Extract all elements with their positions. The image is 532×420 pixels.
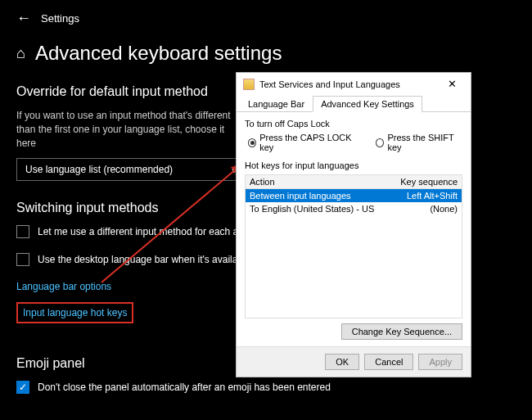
link-input-language-hotkeys[interactable]: Input language hot keys [16,302,133,323]
tab-language-bar[interactable]: Language Bar [240,96,313,112]
apply-button[interactable]: Apply [418,354,462,370]
dialog-icon [243,79,255,90]
tab-advanced-key-settings[interactable]: Advanced Key Settings [313,96,422,112]
row-key: (None) [392,204,458,214]
hotkeys-list[interactable]: Between input languages Left Alt+Shift T… [245,189,462,318]
row-action: To English (United States) - US [250,204,392,214]
row-key: Left Alt+Shift [392,191,458,201]
text-services-dialog: Text Services and Input Languages ✕ Lang… [236,72,471,377]
checkbox-emoji-autoclose[interactable]: ✓ [16,381,29,394]
cancel-button[interactable]: Cancel [364,354,413,370]
col-key: Key sequence [392,177,458,187]
col-action: Action [250,177,392,187]
checkbox-per-window[interactable] [16,225,29,238]
hotkeys-label: Hot keys for input languages [245,160,462,170]
radio-shift[interactable] [376,138,384,147]
list-row[interactable]: To English (United States) - US (None) [246,202,462,215]
radio-shift-label: Press the SHIFT key [387,133,462,152]
close-button[interactable]: ✕ [440,78,464,90]
ok-button[interactable]: OK [325,354,359,370]
radio-capslock[interactable] [248,138,256,147]
checkbox-emoji-autoclose-label: Don't close the panel automatically afte… [38,382,331,393]
page-title: Advanced keyboard settings [35,42,282,65]
dropdown-value: Use language list (recommended) [25,164,173,175]
dialog-title: Text Services and Input Languages [259,79,435,89]
home-icon[interactable]: ⌂ [16,45,25,62]
checkbox-desktop-bar[interactable] [16,253,29,266]
settings-label: Settings [41,12,79,25]
radio-capslock-label: Press the CAPS LOCK key [259,133,358,152]
override-desc: If you want to use an input method that'… [16,109,246,150]
row-action: Between input languages [250,191,392,201]
change-key-sequence-button[interactable]: Change Key Sequence... [341,323,462,340]
list-row[interactable]: Between input languages Left Alt+Shift [246,189,462,202]
capslock-label: To turn off Caps Lock [245,119,462,129]
back-button[interactable]: ← [16,10,31,27]
override-dropdown[interactable]: Use language list (recommended) ∨ [16,158,246,181]
checkbox-desktop-bar-label: Use the desktop language bar when it's a… [38,254,250,265]
